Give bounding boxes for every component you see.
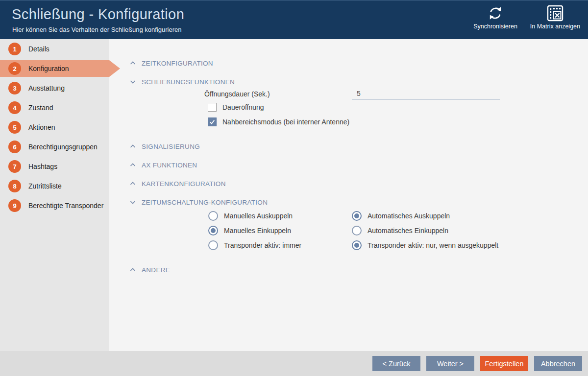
next-button[interactable]: Weiter > <box>426 356 474 371</box>
step-number-badge: 3 <box>8 82 21 94</box>
radio-row: Manuelles Auskuppeln Automatisches Ausku… <box>208 210 588 222</box>
show-in-matrix-label: In Matrix anzeigen <box>530 23 580 30</box>
sync-icon <box>487 4 504 22</box>
option-transponder-aktiv-ausgekuppelt: Transponder aktiv: nur, wenn ausgekuppel… <box>352 240 495 250</box>
oeffnungsdauer-input[interactable] <box>352 89 500 99</box>
configuration-panel: ZEITKONFIGURATION SCHLIEßUNGSFUNKTIONEN … <box>109 39 588 351</box>
section-ax-funktionen[interactable]: AX FUNKTIONEN <box>130 160 588 170</box>
option-manuelles-auskuppeln: Manuelles Auskuppeln <box>208 211 352 221</box>
sidebar-item-konfiguration[interactable]: 2 Konfiguration <box>0 60 109 77</box>
window: Schließung - Konfiguration Hier können S… <box>0 0 588 376</box>
option-automatisches-auskuppeln: Automatisches Auskuppeln <box>352 211 495 221</box>
chevron-up-icon <box>130 61 136 65</box>
automatisches-auskuppeln-radio[interactable] <box>352 211 362 221</box>
oeffnungsdauer-row: Öffnungsdauer (Sek.) <box>204 88 588 100</box>
section-signalisierung[interactable]: SIGNALISIERUNG <box>130 141 588 151</box>
step-number-badge: 9 <box>8 199 21 212</box>
zeitumschaltung-options: Manuelles Auskuppeln Automatisches Ausku… <box>208 210 588 251</box>
sidebar-item-details[interactable]: 1 Details <box>0 41 109 57</box>
chevron-up-icon <box>130 163 136 167</box>
daueroeffnung-row: Daueröffnung <box>208 101 588 114</box>
synchronize-button[interactable]: Synchronisieren <box>473 4 517 30</box>
step-number-badge: 8 <box>8 180 21 192</box>
wizard-step-sidebar: 1 Details 2 Konfiguration 3 Ausstattung … <box>0 39 109 351</box>
sidebar-item-zutrittsliste[interactable]: 8 Zutrittsliste <box>0 178 109 194</box>
finish-button[interactable]: Fertigstellen <box>480 356 528 371</box>
sidebar-item-ausstattung[interactable]: 3 Ausstattung <box>0 80 109 96</box>
chevron-down-icon <box>130 80 136 84</box>
daueroeffnung-checkbox[interactable] <box>208 103 217 112</box>
section-schliessungsfunktionen[interactable]: SCHLIEßUNGSFUNKTIONEN <box>130 77 588 87</box>
manuelles-auskuppeln-radio[interactable] <box>208 211 218 221</box>
step-number-badge: 4 <box>8 101 21 114</box>
header-actions: Synchronisieren <box>473 4 580 30</box>
manuelles-einkuppeln-radio[interactable] <box>208 226 218 235</box>
sidebar-item-hashtags[interactable]: 7 Hashtags <box>0 158 109 175</box>
page-subtitle: Hier können Sie das Verhalten der Schlie… <box>12 26 181 33</box>
transponder-aktiv-ausgekuppelt-radio[interactable] <box>352 240 362 250</box>
nahbereichsmodus-row: Nahbereichsmodus (bei interner Antenne) <box>208 116 588 128</box>
chevron-up-icon <box>130 182 136 186</box>
step-number-badge: 2 <box>8 62 21 75</box>
back-button[interactable]: < Zurück <box>372 356 420 371</box>
option-automatisches-einkuppeln: Automatisches Einkuppeln <box>352 226 495 235</box>
oeffnungsdauer-label: Öffnungsdauer (Sek.) <box>204 90 352 98</box>
synchronize-label: Synchronisieren <box>473 23 517 30</box>
sidebar-item-berechtigungsgruppen[interactable]: 6 Berechtigungsgruppen <box>0 139 109 155</box>
step-number-badge: 7 <box>8 160 21 173</box>
option-transponder-aktiv-immer: Transponder aktiv: immer <box>208 240 352 250</box>
step-number-badge: 1 <box>8 43 21 55</box>
section-zeitumschaltung-konfiguration[interactable]: ZEITUMSCHALTUNG-KONFIGURATION <box>130 197 588 207</box>
section-zeitkonfiguration[interactable]: ZEITKONFIGURATION <box>130 58 588 68</box>
chevron-up-icon <box>130 144 136 148</box>
step-number-badge: 6 <box>8 141 21 153</box>
nahbereichsmodus-checkbox[interactable] <box>208 118 217 126</box>
option-manuelles-einkuppeln: Manuelles Einkuppeln <box>208 226 352 235</box>
radio-row: Transponder aktiv: immer Transponder akt… <box>208 239 588 251</box>
transponder-aktiv-immer-radio[interactable] <box>208 240 218 250</box>
matrix-icon <box>546 4 564 22</box>
sidebar-item-zustand[interactable]: 4 Zustand <box>0 99 109 116</box>
sidebar-item-aktionen[interactable]: 5 Aktionen <box>0 119 109 136</box>
page-title: Schließung - Konfiguration <box>12 6 184 23</box>
radio-row: Manuelles Einkuppeln Automatisches Einku… <box>208 225 588 236</box>
show-in-matrix-button[interactable]: In Matrix anzeigen <box>530 4 580 30</box>
checkmark-icon <box>209 118 216 125</box>
section-andere[interactable]: ANDERE <box>130 265 588 275</box>
chevron-down-icon <box>130 200 136 204</box>
wizard-footer: < Zurück Weiter > Fertigstellen Abbreche… <box>0 351 588 376</box>
automatisches-einkuppeln-radio[interactable] <box>352 226 362 235</box>
cancel-button[interactable]: Abbrechen <box>534 356 582 371</box>
section-kartenkonfiguration[interactable]: KARTENKONFIGURATION <box>130 179 588 188</box>
window-header: Schließung - Konfiguration Hier können S… <box>0 0 588 39</box>
chevron-up-icon <box>130 268 136 272</box>
step-number-badge: 5 <box>8 121 21 134</box>
sidebar-item-berechtigte-transponder[interactable]: 9 Berechtigte Transponder <box>0 197 109 214</box>
